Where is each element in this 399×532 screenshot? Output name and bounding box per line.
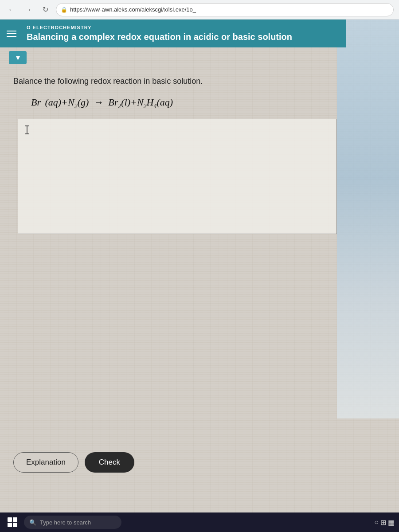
header-banner: O ELECTROCHEMISTRY Balancing a complex r… [0,20,346,47]
taskbar-search-placeholder: Type here to search [40,519,91,526]
taskbar-search-icon: 🔍 [29,519,36,526]
main-content: O ELECTROCHEMISTRY Balancing a complex r… [0,20,399,512]
windows-start-button[interactable] [4,514,20,530]
taskbar-system-icons: ○ ⊞ ▦ [374,518,395,527]
windows-logo-icon [8,517,17,527]
buttons-area: Explanation Check [13,452,134,473]
url-text: https://www-awn.aleks.com/alekscgi/x/lsl… [70,6,196,13]
dropdown-arrow-button[interactable] [9,51,27,64]
answer-input-box[interactable] [18,119,337,234]
lock-icon: 🔒 [61,7,67,13]
check-button[interactable]: Check [85,452,134,473]
taskbar: 🔍 Type here to search ○ ⊞ ▦ [0,512,399,532]
text-cursor [24,125,30,135]
question-area: Balance the following redox reaction in … [0,68,399,247]
header-subtitle: O ELECTROCHEMISTRY [27,25,337,30]
taskbar-search-bar[interactable]: 🔍 Type here to search [24,516,121,529]
refresh-button[interactable]: ↻ [39,4,51,16]
taskbar-layout-icon[interactable]: ▦ [388,518,395,527]
browser-toolbar: ← → ↻ 🔒 https://www-awn.aleks.com/aleksc… [0,0,399,20]
forward-button[interactable]: → [22,4,35,16]
chemical-equation: Br−(aq)+N2(g) → Br2(l)+N2H4(aq) [31,97,386,110]
question-text: Balance the following redox reaction in … [13,77,386,86]
address-bar[interactable]: 🔒 https://www-awn.aleks.com/alekscgi/x/l… [56,3,394,16]
explanation-button[interactable]: Explanation [13,452,78,473]
hamburger-menu[interactable] [7,31,16,37]
back-button[interactable]: ← [5,4,18,16]
header-title: Balancing a complex redox equation in ac… [27,32,337,42]
taskbar-desktop-icon[interactable]: ⊞ [380,518,386,527]
taskbar-search-circle-icon[interactable]: ○ [374,518,379,526]
taskbar-right-area: ○ ⊞ ▦ [374,518,395,527]
